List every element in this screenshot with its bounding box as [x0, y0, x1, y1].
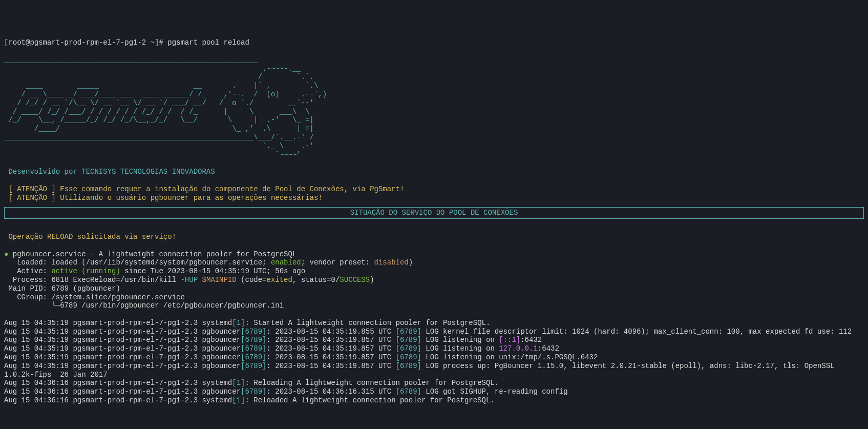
cgroup-sub-line: └─6789 /usr/bin/pgbouncer /etc/pgbouncer…	[4, 301, 284, 310]
log-line-1: Aug 15 04:35:19 pgsmart-prod-rpm-el-7-pg…	[4, 319, 490, 327]
ascii-logo: ________________________________________…	[4, 56, 327, 159]
log-line-7: Aug 15 04:36:16 pgsmart-prod-rpm-el-7-pg…	[4, 379, 499, 387]
log-line-5: Aug 15 04:35:19 pgsmart-prod-rpm-el-7-pg…	[4, 353, 598, 361]
attention-1: [ ATENÇÃO ] Esse comando requer a instal…	[8, 185, 404, 193]
process-line: Process: 6818 ExecReload=/usr/bin/kill -…	[4, 276, 374, 284]
cgroup-line: CGroup: /system.slice/pgbouncer.service	[4, 293, 185, 301]
service-name: pgbouncer.service - A lightweight connec…	[13, 250, 297, 258]
active-line: Active: active (running) since Tue 2023-…	[4, 267, 305, 275]
attention-2: [ ATENÇÃO ] Utilizando o usuário pgbounc…	[8, 194, 322, 202]
shell-prompt[interactable]: [root@pgsmart-prod-rpm-el-7-pg1-2 ~]# pg…	[4, 38, 249, 47]
status-header-box: SITUAÇÃO DO SERVIÇO DO POOL DE CONEXÕES	[4, 207, 864, 219]
log-line-4: Aug 15 04:35:19 pgsmart-prod-rpm-el-7-pg…	[4, 344, 559, 353]
log-line-3: Aug 15 04:35:19 pgsmart-prod-rpm-el-7-pg…	[4, 336, 542, 344]
log-line-8: Aug 15 04:36:16 pgsmart-prod-rpm-el-7-pg…	[4, 387, 568, 396]
loaded-line: Loaded: loaded (/usr/lib/systemd/system/…	[4, 258, 413, 267]
terminal-output: [root@pgsmart-prod-rpm-el-7-pg1-2 ~]# pg…	[4, 38, 864, 405]
log-line-6: Aug 15 04:35:19 pgsmart-prod-rpm-el-7-pg…	[4, 362, 839, 379]
mainpid-line: Main PID: 6789 (pgbouncer)	[4, 284, 120, 293]
log-line-2: Aug 15 04:35:19 pgsmart-prod-rpm-el-7-pg…	[4, 328, 852, 336]
log-line-9: Aug 15 04:36:16 pgsmart-prod-rpm-el-7-pg…	[4, 396, 495, 404]
reload-message: Operação RELOAD solicitada via serviço!	[8, 233, 176, 241]
service-status-dot: ●	[4, 250, 8, 258]
developed-by: Desenvolvido por TECNISYS TECNOLOGIAS IN…	[8, 168, 215, 176]
